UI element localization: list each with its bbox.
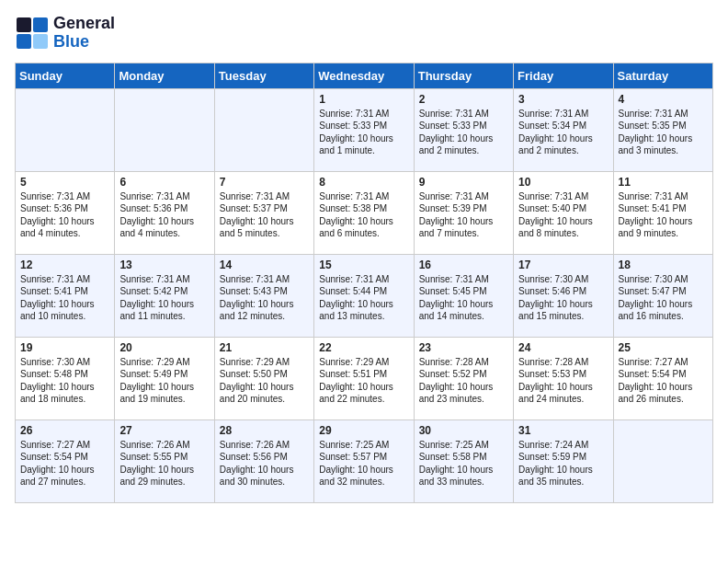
day-info: Sunrise: 7:25 AM Sunset: 5:58 PM Dayligh… — [419, 439, 508, 488]
day-info: Sunrise: 7:31 AM Sunset: 5:41 PM Dayligh… — [20, 273, 109, 323]
header-saturday: Saturday — [613, 63, 712, 88]
day-info: Sunrise: 7:31 AM Sunset: 5:45 PM Dayligh… — [419, 273, 508, 323]
day-number: 3 — [518, 93, 608, 106]
calendar-cell: 12Sunrise: 7:31 AM Sunset: 5:41 PM Dayli… — [16, 254, 115, 337]
calendar-cell: 20Sunrise: 7:29 AM Sunset: 5:49 PM Dayli… — [115, 337, 214, 419]
day-number: 1 — [319, 93, 408, 106]
svg-rect-2 — [17, 34, 31, 49]
calendar-cell: 8Sunrise: 7:31 AM Sunset: 5:38 PM Daylig… — [314, 171, 414, 254]
day-info: Sunrise: 7:29 AM Sunset: 5:50 PM Dayligh… — [220, 356, 309, 406]
calendar-week-row: 26Sunrise: 7:27 AM Sunset: 5:54 PM Dayli… — [16, 419, 713, 502]
calendar-cell: 15Sunrise: 7:31 AM Sunset: 5:44 PM Dayli… — [314, 254, 414, 337]
day-number: 7 — [220, 176, 309, 189]
calendar-cell: 26Sunrise: 7:27 AM Sunset: 5:54 PM Dayli… — [16, 419, 115, 502]
day-info: Sunrise: 7:31 AM Sunset: 5:35 PM Dayligh… — [619, 108, 708, 157]
calendar-table: Sunday Monday Tuesday Wednesday Thursday… — [15, 63, 713, 503]
calendar-week-row: 5Sunrise: 7:31 AM Sunset: 5:36 PM Daylig… — [16, 171, 713, 254]
day-number: 6 — [119, 176, 209, 189]
day-number: 18 — [619, 259, 708, 271]
calendar-cell: 29Sunrise: 7:25 AM Sunset: 5:57 PM Dayli… — [314, 419, 414, 502]
day-info: Sunrise: 7:31 AM Sunset: 5:33 PM Dayligh… — [419, 108, 508, 157]
day-info: Sunrise: 7:31 AM Sunset: 5:36 PM Dayligh… — [20, 190, 109, 240]
day-number: 17 — [518, 259, 608, 271]
day-number: 11 — [619, 176, 708, 189]
header-monday: Monday — [115, 63, 214, 88]
day-number: 25 — [619, 341, 708, 354]
day-number: 5 — [20, 176, 109, 189]
day-info: Sunrise: 7:28 AM Sunset: 5:53 PM Dayligh… — [518, 356, 608, 406]
logo-general: General — [53, 14, 115, 32]
calendar-cell: 3Sunrise: 7:31 AM Sunset: 5:34 PM Daylig… — [514, 88, 613, 171]
day-info: Sunrise: 7:31 AM Sunset: 5:41 PM Dayligh… — [619, 190, 708, 240]
day-info: Sunrise: 7:29 AM Sunset: 5:49 PM Dayligh… — [119, 356, 209, 406]
calendar-cell: 31Sunrise: 7:24 AM Sunset: 5:59 PM Dayli… — [514, 419, 613, 502]
day-number: 27 — [119, 424, 209, 437]
day-number: 12 — [20, 259, 109, 271]
logo-blue: Blue — [53, 32, 89, 51]
calendar-cell: 2Sunrise: 7:31 AM Sunset: 5:33 PM Daylig… — [414, 88, 513, 171]
calendar-cell: 27Sunrise: 7:26 AM Sunset: 5:55 PM Dayli… — [115, 419, 214, 502]
day-number: 9 — [419, 176, 508, 189]
day-number: 29 — [319, 424, 408, 437]
day-info: Sunrise: 7:31 AM Sunset: 5:36 PM Dayligh… — [119, 190, 209, 240]
calendar-cell: 17Sunrise: 7:30 AM Sunset: 5:46 PM Dayli… — [514, 254, 613, 337]
day-info: Sunrise: 7:31 AM Sunset: 5:33 PM Dayligh… — [319, 108, 408, 157]
day-number: 31 — [518, 424, 608, 437]
day-info: Sunrise: 7:27 AM Sunset: 5:54 PM Dayligh… — [20, 439, 109, 488]
day-info: Sunrise: 7:31 AM Sunset: 5:44 PM Dayligh… — [319, 273, 408, 323]
day-number: 23 — [419, 341, 508, 354]
day-number: 30 — [419, 424, 508, 437]
day-number: 2 — [419, 93, 508, 106]
day-number: 26 — [20, 424, 109, 437]
calendar-cell — [613, 419, 712, 502]
calendar-cell: 4Sunrise: 7:31 AM Sunset: 5:35 PM Daylig… — [613, 88, 712, 171]
calendar-cell: 24Sunrise: 7:28 AM Sunset: 5:53 PM Dayli… — [514, 337, 613, 419]
calendar-cell: 11Sunrise: 7:31 AM Sunset: 5:41 PM Dayli… — [613, 171, 712, 254]
calendar-cell: 6Sunrise: 7:31 AM Sunset: 5:36 PM Daylig… — [115, 171, 214, 254]
day-info: Sunrise: 7:28 AM Sunset: 5:52 PM Dayligh… — [419, 356, 508, 406]
calendar-week-row: 12Sunrise: 7:31 AM Sunset: 5:41 PM Dayli… — [16, 254, 713, 337]
day-info: Sunrise: 7:30 AM Sunset: 5:48 PM Dayligh… — [20, 356, 109, 406]
day-info: Sunrise: 7:25 AM Sunset: 5:57 PM Dayligh… — [319, 439, 408, 488]
calendar-week-row: 19Sunrise: 7:30 AM Sunset: 5:48 PM Dayli… — [16, 337, 713, 419]
day-info: Sunrise: 7:24 AM Sunset: 5:59 PM Dayligh… — [518, 439, 608, 488]
header-wednesday: Wednesday — [314, 63, 414, 88]
header-thursday: Thursday — [414, 63, 513, 88]
calendar-cell: 5Sunrise: 7:31 AM Sunset: 5:36 PM Daylig… — [16, 171, 115, 254]
day-info: Sunrise: 7:30 AM Sunset: 5:47 PM Dayligh… — [619, 273, 708, 323]
logo: General Blue — [15, 15, 115, 52]
calendar-cell: 25Sunrise: 7:27 AM Sunset: 5:54 PM Dayli… — [613, 337, 712, 419]
calendar-cell: 30Sunrise: 7:25 AM Sunset: 5:58 PM Dayli… — [414, 419, 513, 502]
day-info: Sunrise: 7:31 AM Sunset: 5:38 PM Dayligh… — [319, 190, 408, 240]
calendar-cell: 7Sunrise: 7:31 AM Sunset: 5:37 PM Daylig… — [214, 171, 313, 254]
header-sunday: Sunday — [16, 63, 115, 88]
day-info: Sunrise: 7:31 AM Sunset: 5:37 PM Dayligh… — [220, 190, 309, 240]
day-number: 10 — [518, 176, 608, 189]
day-number: 21 — [220, 341, 309, 354]
day-number: 4 — [619, 93, 708, 106]
header-tuesday: Tuesday — [214, 63, 313, 88]
day-number: 13 — [119, 259, 209, 271]
calendar-week-row: 1Sunrise: 7:31 AM Sunset: 5:33 PM Daylig… — [16, 88, 713, 171]
svg-rect-3 — [33, 34, 48, 49]
calendar-cell: 21Sunrise: 7:29 AM Sunset: 5:50 PM Dayli… — [214, 337, 313, 419]
calendar-cell: 10Sunrise: 7:31 AM Sunset: 5:40 PM Dayli… — [514, 171, 613, 254]
calendar-cell — [16, 88, 115, 171]
day-number: 14 — [220, 259, 309, 271]
day-number: 8 — [319, 176, 408, 189]
calendar-cell: 22Sunrise: 7:29 AM Sunset: 5:51 PM Dayli… — [314, 337, 414, 419]
day-info: Sunrise: 7:31 AM Sunset: 5:34 PM Dayligh… — [518, 108, 608, 157]
calendar-cell — [214, 88, 313, 171]
day-info: Sunrise: 7:26 AM Sunset: 5:55 PM Dayligh… — [119, 439, 209, 488]
calendar-cell: 1Sunrise: 7:31 AM Sunset: 5:33 PM Daylig… — [314, 88, 414, 171]
svg-rect-0 — [17, 17, 31, 32]
calendar-cell: 28Sunrise: 7:26 AM Sunset: 5:56 PM Dayli… — [214, 419, 313, 502]
calendar-cell: 19Sunrise: 7:30 AM Sunset: 5:48 PM Dayli… — [16, 337, 115, 419]
calendar-cell: 14Sunrise: 7:31 AM Sunset: 5:43 PM Dayli… — [214, 254, 313, 337]
day-info: Sunrise: 7:27 AM Sunset: 5:54 PM Dayligh… — [619, 356, 708, 406]
day-info: Sunrise: 7:29 AM Sunset: 5:51 PM Dayligh… — [319, 356, 408, 406]
calendar-cell: 9Sunrise: 7:31 AM Sunset: 5:39 PM Daylig… — [414, 171, 513, 254]
calendar-header-row: Sunday Monday Tuesday Wednesday Thursday… — [16, 63, 713, 88]
day-number: 24 — [518, 341, 608, 354]
day-info: Sunrise: 7:26 AM Sunset: 5:56 PM Dayligh… — [220, 439, 309, 488]
